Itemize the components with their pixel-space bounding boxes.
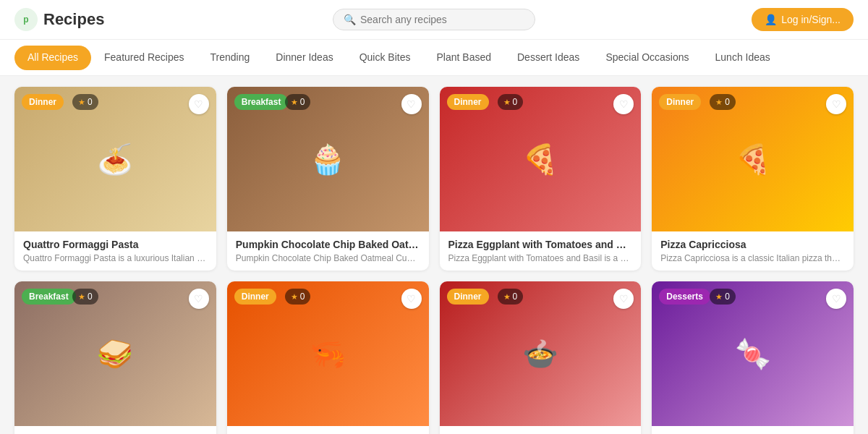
recipe-card[interactable]: 🥪 Breakfast ★ 0 ♡ Breakfast Sandwich A d… — [14, 281, 216, 434]
recipe-rating: ★ 0 — [498, 289, 524, 305]
card-image-wrap: 🦐 Dinner ★ 0 ♡ — [227, 281, 429, 426]
recipe-tag: Dinner — [22, 94, 64, 110]
favorite-button[interactable]: ♡ — [826, 94, 846, 114]
rating-value: 0 — [88, 97, 93, 107]
recipe-title: Pizza Eggplant with Tomatoes and Basil — [448, 239, 633, 250]
logo-icon: p — [14, 8, 38, 31]
card-image-wrap: 🍕 Dinner ★ 0 ♡ — [652, 87, 854, 231]
recipe-desc: Pizza Capricciosa is a classic Italian p… — [660, 253, 845, 263]
card-image-wrap: 🍬 Desserts ★ 0 ♡ — [652, 281, 854, 426]
star-icon: ★ — [291, 98, 298, 107]
rating-value: 0 — [725, 97, 730, 107]
recipe-tag: Dinner — [659, 94, 701, 110]
tab-quick-bites[interactable]: Quick Bites — [346, 43, 424, 73]
card-body: Pizza Capricciosa Pizza Capricciosa is a… — [652, 231, 854, 271]
recipe-tag: Dinner — [447, 289, 489, 305]
recipe-grid: 🍝 Dinner ★ 0 ♡ Quattro Formaggi Pasta Qu… — [14, 87, 854, 434]
recipe-rating: ★ 0 — [498, 94, 524, 110]
recipe-rating: ★ 0 — [285, 94, 311, 110]
recipe-desc: Quattro Formaggi Pasta is a luxurious It… — [23, 253, 208, 263]
rating-value: 0 — [300, 97, 305, 107]
rating-value: 0 — [88, 292, 93, 302]
star-icon: ★ — [78, 98, 85, 107]
tab-dinner-ideas[interactable]: Dinner Ideas — [263, 43, 346, 73]
rating-value: 0 — [513, 292, 518, 302]
card-body: Pizza Eggplant with Tomatoes and Basil P… — [440, 231, 642, 271]
recipe-rating: ★ 0 — [710, 289, 736, 305]
favorite-button[interactable]: ♡ — [189, 289, 209, 309]
tab-featured-recipes[interactable]: Featured Recipes — [91, 43, 197, 73]
card-image-wrap: 🍕 Dinner ★ 0 ♡ — [440, 87, 642, 231]
logo-area: p Recipes — [14, 8, 104, 31]
recipe-card[interactable]: 🍕 Dinner ★ 0 ♡ Pizza Eggplant with Tomat… — [440, 87, 642, 271]
recipe-card[interactable]: 🍕 Dinner ★ 0 ♡ Pizza Capricciosa Pizza C… — [652, 87, 854, 271]
star-icon: ★ — [78, 292, 85, 302]
app-title: Recipes — [43, 10, 104, 29]
favorite-button[interactable]: ♡ — [401, 289, 422, 309]
recipe-rating: ★ 0 — [72, 289, 98, 305]
card-image-wrap: 🍝 Dinner ★ 0 ♡ — [14, 87, 216, 231]
star-icon: ★ — [715, 292, 723, 302]
star-icon: ★ — [503, 98, 511, 107]
tab-plant-based[interactable]: Plant Based — [424, 43, 505, 73]
card-image-wrap: 🧁 Breakfast ★ 0 ♡ — [227, 87, 429, 231]
star-icon: ★ — [503, 292, 511, 302]
header: p Recipes 🔍 👤 Log in/Sign... — [0, 0, 868, 40]
card-body: Quattro Formaggi Pasta Quattro Formaggi … — [14, 231, 216, 271]
tab-all-recipes[interactable]: All Recipes — [14, 46, 91, 70]
recipe-card[interactable]: 🍝 Dinner ★ 0 ♡ Quattro Formaggi Pasta Qu… — [14, 87, 216, 271]
tab-dessert-ideas[interactable]: Dessert Ideas — [504, 43, 592, 73]
card-body: Breakfast Sandwich A delicious breakfast… — [14, 426, 216, 434]
favorite-button[interactable]: ♡ — [401, 94, 422, 114]
recipe-title: Quattro Formaggi Pasta — [23, 239, 208, 250]
card-image-wrap: 🥪 Breakfast ★ 0 ♡ — [14, 281, 216, 426]
recipe-tag: Breakfast — [234, 94, 289, 110]
recipe-rating: ★ 0 — [710, 94, 736, 110]
nav-tabs: All Recipes Featured Recipes Trending Di… — [0, 40, 868, 76]
search-bar[interactable]: 🔍 — [333, 9, 535, 30]
recipe-desc: Pumpkin Chocolate Chip Baked Oatmeal Cup… — [236, 253, 420, 263]
rating-value: 0 — [513, 97, 518, 107]
card-body: Meat Stew A hearty meat stew with vegeta… — [440, 426, 642, 434]
user-icon: 👤 — [765, 14, 777, 25]
tab-special-occasions[interactable]: Special Occasions — [592, 43, 702, 73]
recipe-title: Pizza Capricciosa — [660, 239, 845, 250]
recipe-card[interactable]: 🦐 Dinner ★ 0 ♡ Shrimp Pasta A flavorful … — [227, 281, 429, 434]
card-body: Macarons Delicate French macarons with a… — [652, 426, 854, 434]
card-body: Shrimp Pasta A flavorful shrimp pasta wi… — [227, 426, 429, 434]
search-input[interactable] — [360, 14, 524, 25]
login-button[interactable]: 👤 Log in/Sign... — [752, 8, 854, 31]
login-label: Log in/Sign... — [781, 14, 841, 25]
main-content: 🍝 Dinner ★ 0 ♡ Quattro Formaggi Pasta Qu… — [0, 76, 868, 434]
recipe-rating: ★ 0 — [72, 94, 98, 110]
recipe-title: Pumpkin Chocolate Chip Baked Oatmeal Cup… — [236, 239, 420, 250]
recipe-rating: ★ 0 — [285, 289, 311, 305]
card-body: Pumpkin Chocolate Chip Baked Oatmeal Cup… — [227, 231, 429, 271]
recipe-desc: Pizza Eggplant with Tomatoes and Basil i… — [448, 253, 633, 263]
search-icon: 🔍 — [344, 14, 356, 25]
recipe-tag: Desserts — [659, 289, 710, 305]
recipe-tag: Breakfast — [22, 289, 76, 305]
recipe-tag: Dinner — [234, 289, 276, 305]
rating-value: 0 — [300, 292, 305, 302]
card-image-wrap: 🍲 Dinner ★ 0 ♡ — [440, 281, 642, 426]
tab-trending[interactable]: Trending — [197, 43, 263, 73]
recipe-card[interactable]: 🧁 Breakfast ★ 0 ♡ Pumpkin Chocolate Chip… — [227, 87, 429, 271]
rating-value: 0 — [725, 292, 730, 302]
recipe-card[interactable]: 🍲 Dinner ★ 0 ♡ Meat Stew A hearty meat s… — [440, 281, 642, 434]
recipe-tag: Dinner — [447, 94, 489, 110]
star-icon: ★ — [291, 292, 298, 302]
tab-lunch-ideas[interactable]: Lunch Ideas — [702, 43, 783, 73]
star-icon: ★ — [715, 98, 723, 107]
favorite-button[interactable]: ♡ — [189, 94, 209, 114]
recipe-card[interactable]: 🍬 Desserts ★ 0 ♡ Macarons Delicate Frenc… — [652, 281, 854, 434]
favorite-button[interactable]: ♡ — [826, 289, 846, 309]
